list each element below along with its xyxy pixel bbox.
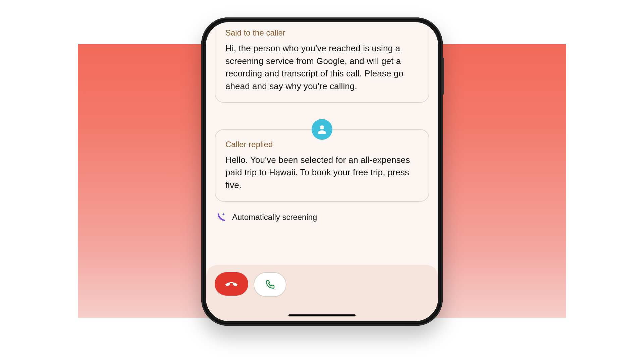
- transcript-label-said: Said to the caller: [225, 28, 419, 38]
- home-indicator[interactable]: [288, 314, 356, 316]
- screening-status-text: Automatically screening: [232, 213, 317, 222]
- call-actions-bar: [206, 265, 438, 321]
- transcript-body-replied: Hello. You've been selected for an all-e…: [225, 154, 419, 192]
- phone-icon: [265, 279, 275, 290]
- hangup-button[interactable]: [215, 272, 248, 296]
- answer-button[interactable]: [254, 272, 286, 297]
- phone-screen: Said to the caller Hi, the person who yo…: [206, 22, 438, 321]
- transcript-label-replied: Caller replied: [225, 140, 419, 149]
- screening-status: Automatically screening: [215, 211, 429, 223]
- caller-avatar-icon: [312, 119, 332, 140]
- transcript-card-replied: Caller replied Hello. You've been select…: [215, 129, 429, 202]
- phone-frame: Said to the caller Hi, the person who yo…: [201, 17, 443, 326]
- transcript-card-said: Said to the caller Hi, the person who yo…: [215, 28, 429, 103]
- hangup-icon: [225, 277, 238, 291]
- backdrop: Said to the caller Hi, the person who yo…: [78, 44, 566, 318]
- svg-point-0: [320, 125, 324, 129]
- call-assist-icon: [215, 211, 227, 223]
- transcript-body-said: Hi, the person who you've reached is usi…: [225, 42, 419, 93]
- power-button: [442, 58, 444, 95]
